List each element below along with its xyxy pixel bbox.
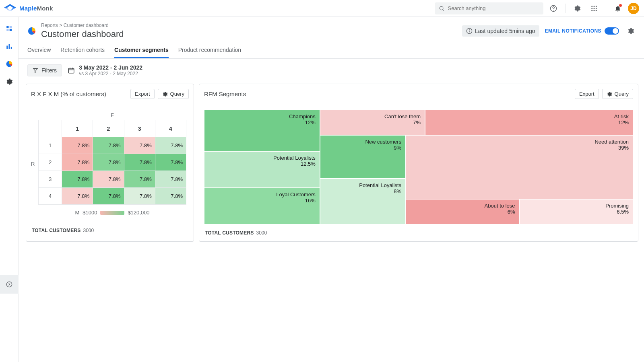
svg-marker-0 xyxy=(4,4,16,8)
page-icon xyxy=(27,27,36,35)
node-at-risk[interactable]: At risk12% xyxy=(425,110,633,135)
heatmap-cell[interactable]: 7.8% xyxy=(155,154,186,171)
rail-item-dashboard[interactable] xyxy=(3,23,15,35)
card-title: R X F X M (% of customers) xyxy=(31,90,106,97)
axis-r-label: R xyxy=(31,160,35,167)
tabs: Overview Retention cohorts Customer segm… xyxy=(19,39,644,59)
apps-icon xyxy=(590,5,598,12)
heatmap-cell[interactable]: 7.8% xyxy=(155,188,186,205)
topbar-divider xyxy=(606,4,606,13)
tab-customer-segments[interactable]: Customer segments xyxy=(114,47,169,58)
filters-button[interactable]: Filters xyxy=(27,64,62,76)
rail-item-bars[interactable] xyxy=(3,40,15,52)
tab-overview[interactable]: Overview xyxy=(27,47,51,58)
svg-rect-21 xyxy=(8,44,10,49)
heatmap-cell[interactable]: 7.8% xyxy=(62,171,93,188)
apps-button[interactable] xyxy=(587,2,601,15)
toggle-switch[interactable] xyxy=(605,27,619,35)
total-label: TOTAL CUSTOMERS xyxy=(32,228,80,233)
gear-icon xyxy=(162,91,168,97)
heatmap-cell[interactable]: 7.8% xyxy=(93,154,124,171)
node-cant-lose-them[interactable]: Can't lose them7% xyxy=(320,110,425,135)
filters-row: Filters 3 May 2022 - 2 Jun 2022 vs 3 Apr… xyxy=(19,59,644,82)
search-box[interactable] xyxy=(435,2,543,14)
tiles-icon xyxy=(6,25,13,32)
heatmap-cell[interactable]: 7.8% xyxy=(155,171,186,188)
rail-item-settings[interactable] xyxy=(3,76,15,88)
node-need-attention[interactable]: Need attention39% xyxy=(406,135,633,200)
help-button[interactable] xyxy=(547,2,560,15)
content: Reports > Customer dashboard Customer da… xyxy=(19,17,644,362)
svg-point-3 xyxy=(440,6,443,10)
heatmap-cell[interactable]: 7.8% xyxy=(93,171,124,188)
heatmap-cell[interactable]: 7.8% xyxy=(155,137,186,154)
col-header: 1 xyxy=(62,120,93,137)
heatmap-cell[interactable]: 7.8% xyxy=(62,137,93,154)
topbar: MapleMonk JD xyxy=(0,0,644,17)
help-icon xyxy=(550,5,557,12)
notifications-button[interactable] xyxy=(611,2,625,15)
page-settings-button[interactable] xyxy=(625,25,637,37)
row-header: 4 xyxy=(39,188,62,205)
filter-icon xyxy=(33,68,38,73)
heatmap-cell[interactable]: 7.8% xyxy=(124,137,155,154)
node-potential-loyalists-a[interactable]: Potential Loyalists12.5% xyxy=(204,151,320,188)
total-label: TOTAL CUSTOMERS xyxy=(205,230,254,236)
node-champions[interactable]: Champions12% xyxy=(204,110,320,151)
svg-point-14 xyxy=(594,10,595,11)
node-promising[interactable]: Promising6.5% xyxy=(520,199,633,224)
breadcrumb[interactable]: Reports > Customer dashboard xyxy=(41,23,124,28)
date-range[interactable]: 3 May 2022 - 2 Jun 2022 vs 3 Apr 2022 - … xyxy=(68,64,142,76)
rail-item-reports[interactable] xyxy=(3,58,15,70)
query-button[interactable]: Query xyxy=(158,89,189,99)
rail-expand-button[interactable] xyxy=(0,275,19,294)
tab-retention-cohorts[interactable]: Retention cohorts xyxy=(60,47,105,58)
email-notifications[interactable]: EMAIL NOTIFICATIONS xyxy=(545,27,619,35)
heatmap-cell[interactable]: 7.8% xyxy=(124,188,155,205)
row-header: 3 xyxy=(39,171,62,188)
page-title: Customer dashboard xyxy=(41,29,124,39)
col-header: 2 xyxy=(93,120,124,137)
svg-point-7 xyxy=(591,6,592,7)
svg-point-26 xyxy=(469,29,470,30)
row-header: 1 xyxy=(39,137,62,154)
export-button[interactable]: Export xyxy=(130,89,155,99)
heatmap-cell[interactable]: 7.8% xyxy=(124,154,155,171)
tab-product-recommendation[interactable]: Product recommendation xyxy=(178,47,241,58)
node-potential-loyalists-b[interactable]: Potential Loyalists8% xyxy=(320,179,406,224)
node-new-customers[interactable]: New customers9% xyxy=(320,135,406,179)
svg-marker-27 xyxy=(33,68,38,72)
legend-bar xyxy=(100,211,124,215)
heatmap-cell[interactable]: 7.8% xyxy=(93,188,124,205)
last-updated-chip: Last updated 5mins ago xyxy=(462,25,539,37)
svg-point-6 xyxy=(553,10,554,10)
search-input[interactable] xyxy=(448,5,539,11)
export-button[interactable]: Export xyxy=(575,89,599,99)
svg-rect-28 xyxy=(68,68,74,73)
svg-point-10 xyxy=(591,8,592,9)
gear-icon xyxy=(627,27,634,35)
query-button[interactable]: Query xyxy=(602,89,633,99)
avatar[interactable]: JD xyxy=(628,3,639,14)
svg-point-8 xyxy=(594,6,595,7)
svg-point-15 xyxy=(596,10,597,11)
col-header: 3 xyxy=(124,120,155,137)
heatmap-cell[interactable]: 7.8% xyxy=(124,171,155,188)
svg-rect-22 xyxy=(10,47,12,49)
svg-point-13 xyxy=(591,10,592,11)
last-updated-text: Last updated 5mins ago xyxy=(475,28,535,34)
brand[interactable]: MapleMonk xyxy=(4,4,53,13)
svg-line-4 xyxy=(443,9,444,10)
svg-rect-16 xyxy=(6,26,8,28)
heatmap-cell[interactable]: 7.8% xyxy=(62,154,93,171)
svg-rect-18 xyxy=(6,29,8,31)
node-loyal-customers[interactable]: Loyal Customers16% xyxy=(204,188,320,224)
chevron-right-icon xyxy=(6,281,12,288)
date-range-compare: vs 3 Apr 2022 - 2 May 2022 xyxy=(79,71,142,76)
node-about-to-lose[interactable]: About to lose6% xyxy=(406,199,519,224)
svg-point-11 xyxy=(594,8,595,9)
brand-name: MapleMonk xyxy=(19,5,53,12)
heatmap-cell[interactable]: 7.8% xyxy=(62,188,93,205)
heatmap-cell[interactable]: 7.8% xyxy=(93,137,124,154)
settings-button[interactable] xyxy=(570,2,584,15)
